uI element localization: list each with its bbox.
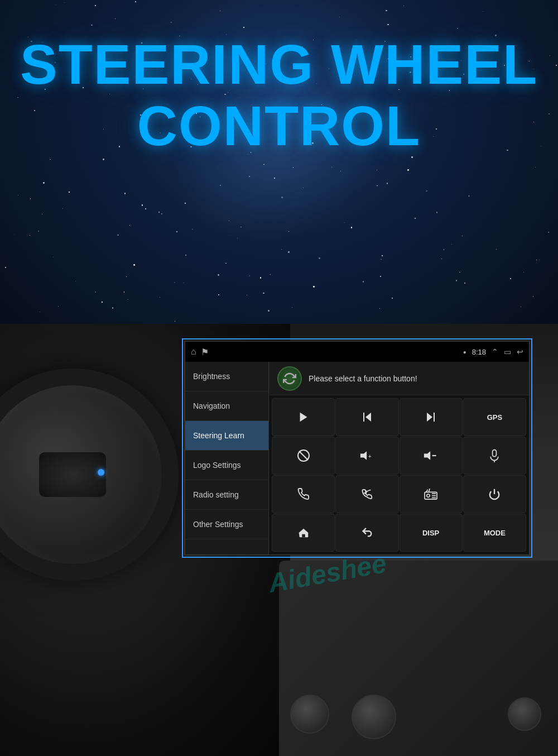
sidebar-item-logo-settings[interactable]: Logo Settings xyxy=(185,451,268,480)
bookmark-icon[interactable]: ⚑ xyxy=(201,347,209,357)
steering-wheel-button-indicator xyxy=(98,469,104,476)
headline-section: STEERING WHEEL CONTROL xyxy=(0,34,558,156)
panel-message: Please select a function button! xyxy=(309,374,417,383)
phone-button[interactable] xyxy=(272,475,335,513)
window-icon[interactable]: ▭ xyxy=(504,347,511,356)
gps-button[interactable]: GPS xyxy=(463,398,526,436)
svg-marker-1 xyxy=(365,413,371,422)
volume-up-button[interactable]: + xyxy=(335,437,398,475)
power-button[interactable] xyxy=(463,475,526,513)
disp-button[interactable]: DISP xyxy=(400,514,463,552)
signal-dot: ● xyxy=(463,349,466,355)
mode-button[interactable]: MODE xyxy=(463,514,526,552)
call-back-button[interactable] xyxy=(335,475,398,513)
play-button[interactable] xyxy=(272,398,335,436)
sidebar-item-brightness[interactable]: Brightness xyxy=(185,362,268,391)
svg-rect-11 xyxy=(493,450,497,457)
svg-rect-4 xyxy=(434,413,435,422)
prev-track-button[interactable] xyxy=(335,398,398,436)
home-icon[interactable]: ⌂ xyxy=(191,347,196,357)
main-content: Brightness Navigation Steering Learn Log… xyxy=(185,362,529,554)
home-button[interactable] xyxy=(272,514,335,552)
function-button-grid: GPS + xyxy=(269,395,529,554)
back-icon[interactable]: ↩ xyxy=(517,347,523,356)
status-icons-right: ● 8:18 ⌃ ▭ ↩ xyxy=(463,347,523,356)
time-display: 8:18 xyxy=(472,348,486,356)
sync-icon[interactable] xyxy=(277,366,302,391)
sidebar-item-navigation[interactable]: Navigation xyxy=(185,391,268,421)
radio-button[interactable] xyxy=(400,475,463,513)
sidebar-item-steering-learn[interactable]: Steering Learn xyxy=(185,421,268,451)
headline-text: STEERING WHEEL CONTROL xyxy=(0,34,558,156)
head-unit-screen: ⌂ ⚑ ● 8:18 ⌃ ▭ ↩ Brightness Navigation S… xyxy=(184,341,530,556)
console-knob-center xyxy=(352,695,396,739)
svg-marker-9 xyxy=(424,451,430,460)
sidebar-item-radio-setting[interactable]: Radio setting xyxy=(185,480,268,510)
svg-rect-21 xyxy=(302,534,305,538)
panel-header: Please select a function button! xyxy=(269,362,529,395)
menu-sidebar: Brightness Navigation Steering Learn Log… xyxy=(185,362,269,554)
svg-point-14 xyxy=(427,494,430,497)
console-knob-right xyxy=(508,697,541,731)
svg-line-6 xyxy=(299,451,308,460)
status-icons-left: ⌂ ⚑ xyxy=(191,347,209,357)
console-area xyxy=(279,561,558,756)
return-button[interactable] xyxy=(335,514,398,552)
svg-line-19 xyxy=(429,489,430,492)
svg-marker-3 xyxy=(427,413,432,422)
console-knob-left xyxy=(290,695,329,734)
steering-wheel xyxy=(0,369,179,581)
status-bar: ⌂ ⚑ ● 8:18 ⌃ ▭ ↩ xyxy=(185,342,529,362)
chevron-up-icon[interactable]: ⌃ xyxy=(492,347,498,356)
sidebar-item-other-settings[interactable]: Other Settings xyxy=(185,510,268,539)
mute-button[interactable] xyxy=(272,437,335,475)
svg-rect-2 xyxy=(363,413,364,422)
right-panel: Please select a function button! GPS xyxy=(269,362,529,554)
microphone-button[interactable] xyxy=(463,437,526,475)
next-track-button[interactable] xyxy=(400,398,463,436)
headline-line1: STEERING WHEEL xyxy=(0,34,558,95)
svg-marker-7 xyxy=(360,451,367,460)
headline-line2: CONTROL xyxy=(0,95,558,156)
volume-down-button[interactable] xyxy=(400,437,463,475)
svg-text:+: + xyxy=(368,453,372,460)
svg-marker-0 xyxy=(300,413,307,422)
